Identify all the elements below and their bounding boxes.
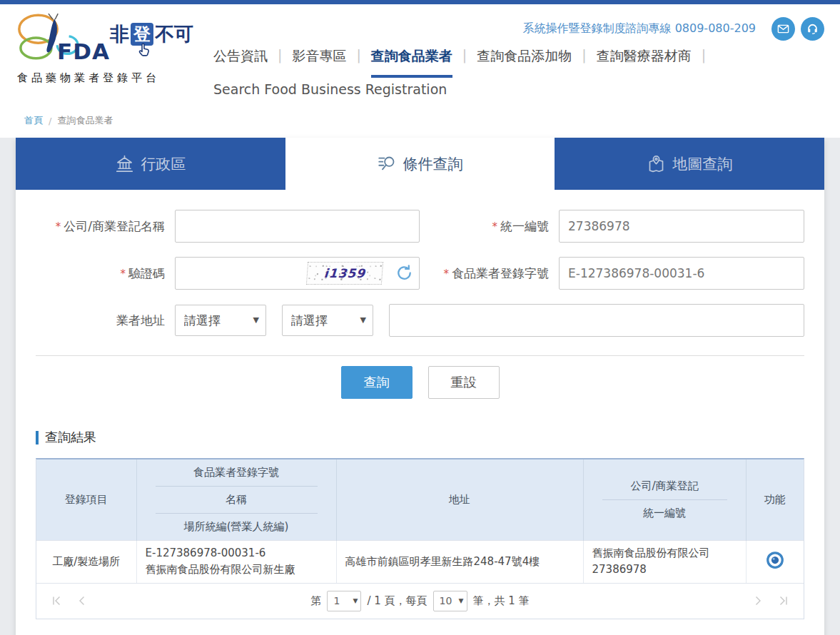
pagination-bar: 第 1 ▼ / 1 頁，每頁 10 ▼ 筆，共 1 筆: [36, 583, 804, 619]
total-count-text: 筆，共 1 筆: [473, 594, 530, 608]
table-row: 工廠/製造場所 E-127386978-00031-6 舊振南食品股份有限公司新…: [36, 541, 804, 583]
last-page-icon[interactable]: [778, 595, 789, 606]
cell-reg-no: E-127386978-00031-6: [146, 545, 328, 562]
tab-condition-label: 條件查詢: [403, 154, 463, 174]
hand-cursor-icon: [136, 41, 153, 59]
nav-english-subtitle: Search Food Business Registration: [213, 81, 447, 97]
nav-item-media[interactable]: 影音專區: [292, 47, 346, 75]
tax-id-label: *統一編號: [420, 218, 559, 235]
search-button[interactable]: 查詢: [341, 366, 413, 399]
cell-name: 舊振南食品股份有限公司新生廠: [146, 562, 328, 578]
required-mark: *: [56, 220, 61, 233]
breadcrumb-home-link[interactable]: 首頁: [24, 114, 43, 127]
filter-search-icon: [378, 154, 397, 173]
col-header-registration-group: 食品業者登錄字號 名稱 場所統編(營業人統編): [136, 459, 336, 541]
district-select[interactable]: 請選擇: [282, 305, 373, 336]
logo-fda-text: FDA: [57, 39, 110, 64]
col-header-address: 地址: [336, 459, 583, 541]
address-input[interactable]: [389, 304, 804, 337]
cell-company: 舊振南食品股份有限公司 27386978: [583, 541, 746, 583]
cell-address: 高雄市前鎮區明孝里新生路248-47號4樓: [336, 541, 583, 583]
breadcrumb-separator: /: [49, 116, 51, 126]
cell-company-name: 舊振南食品股份有限公司: [592, 545, 737, 562]
page-prefix: 第: [310, 594, 321, 608]
breadcrumb: 首頁 / 查詢食品業者: [0, 103, 840, 138]
next-page-icon[interactable]: [752, 595, 764, 606]
nav-item-search-food-additives[interactable]: 查詢食品添加物: [477, 47, 572, 75]
first-page-icon[interactable]: [51, 595, 62, 606]
nav-separator: |: [462, 47, 467, 63]
required-mark: *: [444, 268, 450, 280]
page-select[interactable]: 1: [327, 591, 361, 611]
tax-id-input[interactable]: [559, 210, 804, 243]
headset-icon[interactable]: [801, 17, 824, 41]
cell-registration: E-127386978-00031-6 舊振南食品股份有限公司新生廠: [136, 541, 336, 583]
tab-map-search[interactable]: 地圖查詢: [555, 138, 824, 190]
per-page-select[interactable]: 10: [433, 591, 467, 611]
search-results-section: 查詢結果 登錄項目 食品業者登錄字號 名稱 場所統編(營業人統編) 地: [16, 429, 824, 619]
nav-item-search-food-business[interactable]: 查詢食品業者: [371, 47, 452, 78]
site-header: FDA 非登不可 食品藥物業者登錄平台 系統操作暨登錄制度諮詢專線 0809-0…: [0, 4, 840, 103]
tab-condition-search[interactable]: 條件查詢: [285, 138, 555, 190]
tab-district-label: 行政區: [141, 154, 186, 174]
required-mark: *: [121, 268, 126, 280]
tab-bar: 行政區 條件查詢 地圖查詢: [16, 138, 824, 190]
main-nav: 公告資訊 | 影音專區 | 查詢食品業者 | 查詢食品添加物 | 查詢醫療器材商…: [213, 47, 716, 78]
results-table: 登錄項目 食品業者登錄字號 名稱 場所統編(營業人統編) 地址 公司/商業登記 …: [36, 458, 804, 619]
cell-category: 工廠/製造場所: [36, 541, 136, 583]
captcha-label: *驗證碼: [36, 265, 175, 282]
nav-separator: |: [278, 47, 282, 63]
cell-tax-id: 27386978: [592, 562, 737, 578]
page-total-text: / 1 頁，每頁: [367, 594, 427, 608]
tab-district[interactable]: 行政區: [16, 138, 285, 190]
title-accent-bar: [36, 431, 39, 444]
pagination-info: 第 1 ▼ / 1 頁，每頁 10 ▼ 筆，共 1 筆: [88, 591, 752, 611]
mail-icon[interactable]: [771, 17, 795, 41]
captcha-refresh-icon[interactable]: [395, 263, 414, 285]
condition-search-form: *公司/商業登記名稱 *統一編號 *驗證碼 i1359: [16, 190, 824, 399]
registration-no-label: *食品業者登錄字號: [420, 265, 559, 282]
company-name-label: *公司/商業登記名稱: [36, 218, 175, 235]
tab-map-label: 地圖查詢: [672, 154, 732, 174]
captcha-image: i1359: [306, 262, 383, 285]
nav-item-search-medical-device[interactable]: 查詢醫療器材商: [597, 47, 692, 75]
site-logo[interactable]: FDA 非登不可 食品藥物業者登錄平台: [16, 9, 223, 87]
col-header-actions: 功能: [746, 459, 804, 541]
reset-button[interactable]: 重設: [428, 366, 500, 399]
nav-separator: |: [702, 47, 706, 63]
breadcrumb-current: 查詢食品業者: [57, 114, 113, 127]
results-title: 查詢結果: [36, 429, 804, 446]
nav-separator: |: [582, 47, 586, 63]
col-header-company-group: 公司/商業登記 統一編號: [583, 459, 746, 541]
col-header-category: 登錄項目: [36, 459, 136, 541]
registration-no-input[interactable]: [559, 257, 804, 290]
government-building-icon: [115, 154, 134, 173]
required-mark: *: [492, 220, 498, 233]
view-detail-eye-icon[interactable]: [764, 549, 786, 571]
search-panel: 行政區 條件查詢 地圖查詢 *公: [16, 138, 824, 635]
hotline-text: 系統操作暨登錄制度諮詢專線 0809-080-209: [523, 21, 756, 36]
nav-item-announcements[interactable]: 公告資訊: [213, 47, 268, 75]
form-divider: [36, 355, 804, 356]
nav-separator: |: [356, 47, 360, 63]
map-pin-icon: [647, 154, 666, 173]
prev-page-icon[interactable]: [76, 595, 88, 606]
company-name-input[interactable]: [175, 210, 420, 243]
logo-subtitle: 食品藥物業者登錄平台: [17, 71, 160, 85]
address-label: 業者地址: [36, 313, 175, 329]
table-header-row: 登錄項目 食品業者登錄字號 名稱 場所統編(營業人統編) 地址 公司/商業登記 …: [36, 459, 804, 541]
city-select[interactable]: 請選擇: [175, 305, 266, 336]
